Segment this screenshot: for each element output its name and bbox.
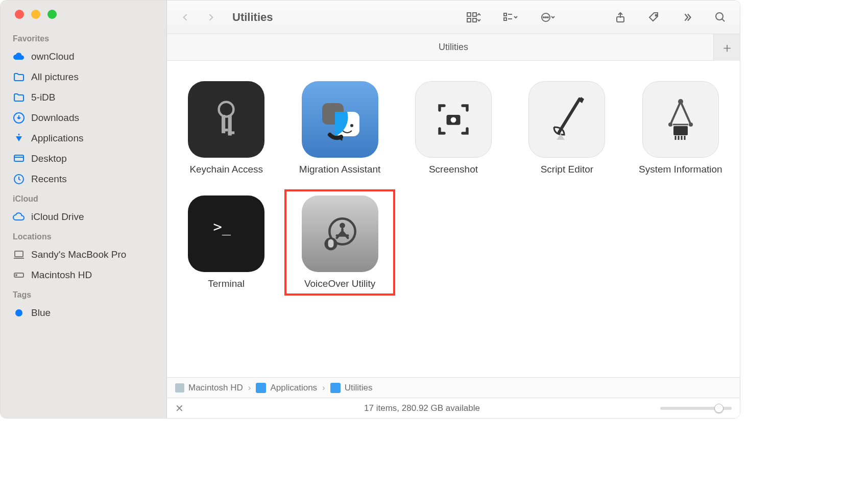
svg-rect-23 (228, 131, 235, 134)
path-crumb-applications[interactable]: Applications (256, 383, 317, 393)
sidebar-item-downloads[interactable]: Downloads (1, 108, 166, 128)
crumb-label: Applications (270, 383, 317, 393)
close-pathbar-button[interactable]: ✕ (175, 402, 184, 414)
folder-mini-icon (256, 383, 266, 393)
app-item-screenshot[interactable]: Screenshot (399, 76, 508, 180)
disk-icon (13, 269, 25, 281)
download-icon (13, 112, 25, 124)
search-button[interactable] (711, 9, 730, 26)
svg-point-13 (543, 17, 544, 18)
sidebar-item-recents[interactable]: Recents (1, 169, 166, 189)
new-tab-button[interactable]: ＋ (713, 34, 740, 61)
toolbar: Utilities (167, 1, 740, 34)
svg-rect-1 (14, 155, 23, 161)
icon-size-slider[interactable] (660, 407, 732, 410)
screenshot-icon (415, 81, 492, 158)
clock-icon (13, 173, 25, 185)
sidebar-item-label: Downloads (31, 112, 79, 124)
sidebar-item-label: Desktop (31, 153, 67, 164)
tags-button[interactable] (645, 9, 663, 26)
tab-bar: Utilities ＋ (167, 34, 740, 61)
cloud-sync-icon (13, 51, 25, 63)
script-icon (528, 81, 605, 158)
status-text: 17 items, 280.92 GB available (364, 403, 480, 413)
sidebar-section-locations: Locations (1, 227, 166, 244)
finder-window: Favorites ownCloud All pictures 5-iDB Do… (0, 0, 740, 419)
app-item-terminal[interactable]: >_ Terminal (172, 190, 280, 295)
sidebar-item-owncloud[interactable]: ownCloud (1, 46, 166, 67)
icon-grid: Keychain Access Migration Assistant Scre… (172, 76, 735, 295)
disk-mini-icon (175, 383, 184, 393)
window-title: Utilities (232, 11, 273, 24)
close-button[interactable] (15, 10, 24, 19)
svg-point-18 (716, 13, 723, 20)
back-button[interactable] (177, 10, 194, 24)
keychain-icon (188, 81, 264, 158)
applications-icon (13, 132, 25, 144)
forward-button[interactable] (203, 10, 219, 24)
svg-point-15 (547, 17, 548, 18)
sidebar-item-applications[interactable]: Applications (1, 128, 166, 149)
path-crumb-disk[interactable]: Macintosh HD (175, 383, 243, 393)
svg-point-29 (451, 117, 456, 123)
overflow-button[interactable] (679, 10, 696, 25)
sidebar-item-label: Recents (31, 174, 67, 185)
app-label: Script Editor (541, 164, 593, 175)
sidebar-section-tags: Tags (1, 285, 166, 303)
sidebar-item-macintosh-hd[interactable]: Macintosh HD (1, 265, 166, 285)
folder-mini-icon (330, 383, 341, 393)
app-item-keychain-access[interactable]: Keychain Access (172, 76, 280, 180)
path-crumb-utilities[interactable]: Utilities (330, 383, 373, 393)
svg-rect-7 (473, 13, 476, 16)
svg-point-27 (350, 124, 353, 127)
sidebar-item-label: iCloud Drive (31, 211, 84, 223)
action-menu-button[interactable] (538, 9, 560, 26)
view-icons-button[interactable] (463, 9, 485, 26)
app-item-voiceover-utility[interactable]: VoiceOver Utility (285, 190, 394, 295)
app-item-script-editor[interactable]: Script Editor (513, 76, 621, 180)
svg-point-5 (16, 275, 17, 276)
voiceover-icon (302, 195, 378, 272)
app-label: Migration Assistant (299, 164, 380, 175)
svg-point-19 (219, 102, 234, 117)
svg-rect-3 (15, 251, 23, 257)
app-item-system-information[interactable]: System Information (626, 76, 735, 180)
terminal-icon: >_ (188, 195, 264, 272)
toolbar-right-group (463, 9, 730, 26)
svg-rect-33 (673, 126, 688, 135)
minimize-button[interactable] (31, 10, 40, 19)
svg-rect-6 (467, 13, 471, 16)
app-label: Keychain Access (189, 164, 263, 175)
app-item-migration-assistant[interactable]: Migration Assistant (285, 76, 394, 180)
svg-point-14 (545, 17, 546, 18)
chevron-right-icon: › (322, 383, 325, 393)
sidebar-item-all-pictures[interactable]: All pictures (1, 67, 166, 87)
chevron-right-icon: › (248, 383, 251, 393)
share-button[interactable] (611, 9, 630, 26)
folder-icon (13, 71, 25, 83)
tab-active[interactable]: Utilities (439, 42, 468, 53)
svg-text:>_: >_ (213, 218, 231, 236)
migration-icon (302, 81, 378, 158)
app-label: System Information (639, 164, 722, 175)
svg-point-32 (689, 122, 693, 127)
sidebar-section-favorites: Favorites (1, 29, 166, 46)
sidebar-item-5idb[interactable]: 5-iDB (1, 87, 166, 108)
sidebar-item-tag-blue[interactable]: Blue (1, 303, 166, 323)
sidebar-item-desktop[interactable]: Desktop (1, 149, 166, 169)
svg-rect-8 (467, 18, 471, 22)
svg-point-17 (656, 14, 657, 16)
maximize-button[interactable] (47, 10, 57, 19)
svg-point-31 (668, 122, 672, 127)
svg-rect-22 (222, 129, 228, 131)
sidebar-item-macbook[interactable]: Sandy's MacBook Pro (1, 244, 166, 265)
path-bar: Macintosh HD › Applications › Utilities (167, 377, 740, 398)
sidebar-item-label: Sandy's MacBook Pro (31, 249, 126, 260)
folder-icon (13, 91, 25, 104)
group-by-button[interactable] (500, 9, 522, 26)
sidebar-item-label: Macintosh HD (31, 270, 92, 281)
sidebar-item-icloud-drive[interactable]: iCloud Drive (1, 207, 166, 227)
sidebar-item-label: 5-iDB (31, 92, 56, 103)
content-area[interactable]: Keychain Access Migration Assistant Scre… (167, 61, 740, 377)
svg-point-30 (678, 99, 683, 104)
